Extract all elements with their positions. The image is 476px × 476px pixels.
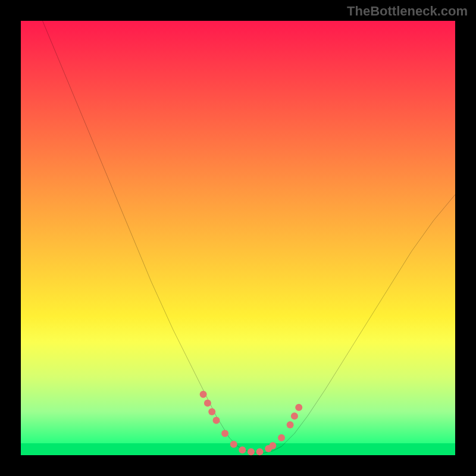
- bottleneck-curve-path: [43, 21, 456, 453]
- marker-dot: [248, 448, 255, 455]
- marker-dot: [200, 391, 207, 398]
- marker-dot: [278, 434, 285, 441]
- marker-dot: [269, 442, 276, 449]
- marker-dot: [208, 408, 215, 415]
- marker-dot: [239, 446, 246, 453]
- marker-dot: [221, 430, 228, 437]
- chart-area: [21, 21, 455, 455]
- marker-dot: [287, 421, 294, 428]
- watermark-text: TheBottleneck.com: [347, 4, 468, 19]
- marker-dot: [291, 412, 298, 419]
- marker-dot: [256, 448, 264, 455]
- marker-dot: [213, 417, 220, 424]
- marker-group: [200, 391, 303, 455]
- marker-dot: [230, 441, 237, 448]
- marker-dot: [204, 399, 211, 406]
- marker-dot: [295, 404, 302, 411]
- chart-svg: [21, 21, 455, 455]
